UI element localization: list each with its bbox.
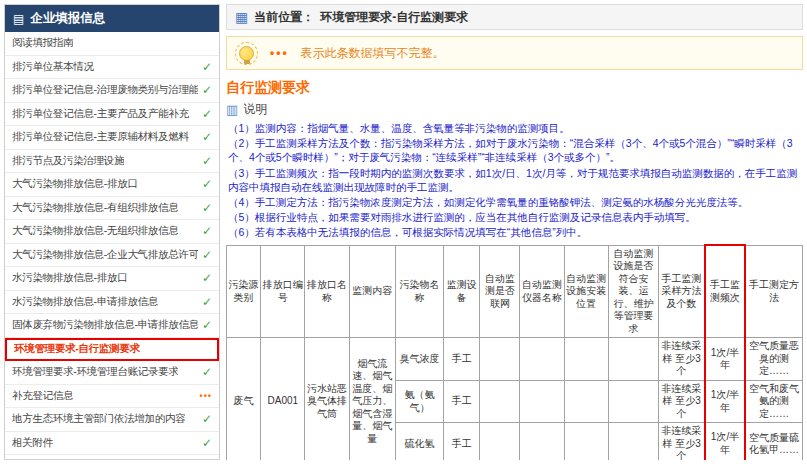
sidebar-item[interactable]: 固体废弃物污染物排放信息-申请排放信息✓: [5, 314, 219, 338]
table-cell: 废气: [227, 338, 261, 460]
check-icon: ✓: [202, 154, 212, 168]
table-cell: [608, 338, 658, 381]
sidebar-item[interactable]: 排污单位基本情况✓: [5, 56, 219, 80]
sidebar-item-label: 排污单位登记信息-治理废物类别与治理能力: [12, 83, 198, 97]
sidebar-item[interactable]: 排污单位登记信息-治理废物类别与治理能力✓: [5, 79, 219, 103]
sidebar-item-label: 地方生态环境主管部门依法增加的内容: [12, 412, 185, 426]
form-icon: ▦: [235, 10, 248, 24]
table-cell: [564, 338, 608, 381]
check-icon: ✓: [202, 295, 212, 309]
check-icon: ✓: [202, 412, 212, 426]
sidebar-item[interactable]: 排污节点及污染治理设施✓: [5, 150, 219, 174]
check-icon: ✓: [202, 224, 212, 238]
sidebar-item-label: 大气污染物排放信息-无组织排放信息: [12, 224, 178, 238]
sidebar-item[interactable]: 相关附件✓: [5, 432, 219, 456]
check-icon: ✓: [202, 60, 212, 74]
main-content: ▦ 当前位置： 环境管理要求-自行监测要求 ••• 表示此条数据填写不完整。 自…: [226, 4, 803, 460]
column-header: 监测内容: [349, 245, 395, 338]
sidebar-item-label: 排污单位基本情况: [12, 60, 94, 74]
notes-title: 说明: [243, 101, 267, 118]
sidebar-item[interactable]: 环境管理要求-自行监测要求: [5, 338, 219, 362]
column-header: 手工监测频次: [705, 245, 745, 338]
note-line: （1）监测内容：指烟气量、水量、温度、含氧量等非污染物的监测项目。: [228, 121, 803, 135]
table-cell: [608, 380, 658, 423]
table-cell: 氨（氨气）: [395, 380, 443, 423]
table-cell: 1次/半年: [705, 338, 745, 381]
app-window: ▤ 企业填报信息 阅读填报指南排污单位基本情况✓排污单位登记信息-治理废物类别与…: [0, 0, 807, 464]
table-cell: [520, 423, 564, 460]
check-icon: ✓: [202, 436, 212, 450]
table-cell: [564, 423, 608, 460]
table-cell: [608, 423, 658, 460]
sidebar-header: ▤ 企业填报信息: [5, 5, 219, 32]
table-cell: 空气质量恶臭的测定……: [745, 338, 802, 381]
sidebar-item-label: 排污节点及污染治理设施: [12, 154, 124, 168]
table-cell: 污水站恶臭气体排气筒: [305, 338, 349, 460]
column-header: 自动监测设施是否符合安装、运行、维护等管理要求: [608, 245, 658, 338]
table-cell: 手工: [444, 338, 480, 381]
note-line: （4）手工测定方法：指污染物浓度测定方法，如测定化学需氧量的重铬酸钾法、测定氨的…: [228, 195, 803, 209]
sidebar-item[interactable]: 水污染物排放信息-排放口✓: [5, 267, 219, 291]
notes-list: （1）监测内容：指烟气量、水量、温度、含氧量等非污染物的监测项目。（2）手工监测…: [226, 120, 803, 240]
alert-text: 表示此条数据填写不完整。: [301, 45, 445, 62]
sidebar-title: 企业填报信息: [30, 10, 105, 27]
table-cell: [520, 380, 564, 423]
check-icon: ✓: [202, 318, 212, 332]
list-icon: ▤: [13, 13, 24, 25]
column-header: 污染物名称: [395, 245, 443, 338]
column-header: 自动监测设施安装位置: [564, 245, 608, 338]
sidebar-item-label: 大气污染物排放信息-排放口: [12, 177, 138, 191]
check-icon: ✓: [202, 83, 212, 97]
column-header: 排放口编号: [261, 245, 305, 338]
table-cell: 非连续采样 至少3个: [659, 380, 705, 423]
sidebar-item-label: 补充登记信息: [12, 389, 73, 403]
sidebar-item[interactable]: 大气污染物排放信息-排放口✓: [5, 173, 219, 197]
sidebar-item[interactable]: 排污单位登记信息-主要产品及产能补充✓: [5, 103, 219, 127]
sidebar-item[interactable]: 地方生态环境主管部门依法增加的内容✓: [5, 408, 219, 432]
sidebar-item-label: 相关附件: [12, 436, 53, 450]
column-header: 监测设备: [444, 245, 480, 338]
sidebar-item-label: 大气污染物排放信息-有组织排放信息: [12, 201, 178, 215]
sidebar-item[interactable]: 阅读填报指南: [5, 32, 219, 56]
table-cell: [520, 338, 564, 381]
sidebar-item[interactable]: 环境管理要求-环境管理台账记录要求✓: [5, 361, 219, 385]
note-line: （2）手工监测采样方法及个数：指污染物采样方法，如对于废水污染物：“混合采样（3…: [228, 136, 803, 164]
table-cell: 臭气浓度: [395, 338, 443, 381]
column-header: 排放口名称: [305, 245, 349, 338]
sidebar-item[interactable]: 补充登记信息•••: [5, 385, 219, 409]
check-icon: ✓: [202, 177, 212, 191]
sidebar-item-label: 环境管理要求-自行监测要求: [14, 342, 140, 356]
self-monitoring-table: 污染源类别排放口编号排放口名称监测内容污染物名称监测设备自动监测是否联网自动监测…: [226, 244, 803, 460]
sidebar-item-label: 水污染物排放信息-排放口: [12, 271, 127, 285]
sidebar-item[interactable]: 水污染物排放信息-申请排放信息✓: [5, 291, 219, 315]
breadcrumb-value: 环境管理要求-自行监测要求: [320, 9, 468, 26]
check-icon: ✓: [202, 248, 212, 262]
table-cell: 非连续采样 至少3个: [659, 423, 705, 460]
column-header: 手工监测采样方法及个数: [659, 245, 705, 338]
table-cell: 非连续采样 至少3个: [659, 338, 705, 381]
table-cell: [480, 423, 520, 460]
table-cell: DA001: [261, 338, 305, 460]
check-icon: ✓: [202, 201, 212, 215]
sidebar-menu: 阅读填报指南排污单位基本情况✓排污单位登记信息-治理废物类别与治理能力✓排污单位…: [5, 32, 219, 455]
page-title: 自行监测要求: [226, 79, 803, 97]
sidebar-item-label: 环境管理要求-环境管理台账记录要求: [12, 365, 178, 379]
table-cell: 空气和废气氨的测定……: [745, 380, 802, 423]
sidebar-item[interactable]: 排污单位登记信息-主要原辅材料及燃料✓: [5, 126, 219, 150]
sidebar-item[interactable]: 大气污染物排放信息-无组织排放信息✓: [5, 220, 219, 244]
check-icon: ✓: [202, 365, 212, 379]
check-icon: ✓: [202, 271, 212, 285]
table-cell: 空气质量硫化氢甲……: [745, 423, 802, 460]
table-cell: 1次/半年: [705, 380, 745, 423]
sidebar-item[interactable]: 大气污染物排放信息-有组织排放信息✓: [5, 197, 219, 221]
sidebar: ▤ 企业填报信息 阅读填报指南排污单位基本情况✓排污单位登记信息-治理废物类别与…: [4, 4, 220, 460]
column-header: 手工测定方法: [745, 245, 802, 338]
breadcrumb-label: 当前位置：: [254, 9, 314, 26]
sidebar-item-label: 阅读填报指南: [12, 36, 73, 50]
sidebar-item[interactable]: 大气污染物排放信息-企业大气排放总许可量✓: [5, 244, 219, 268]
check-icon: ✓: [202, 107, 212, 121]
table-cell: 烟气流速、烟气温度、烟气压力、烟气含湿量、烟气量: [349, 338, 395, 460]
sidebar-item-label: 水污染物排放信息-申请排放信息: [12, 295, 158, 309]
incomplete-dots-icon: •••: [200, 391, 212, 401]
table-cell: [564, 380, 608, 423]
